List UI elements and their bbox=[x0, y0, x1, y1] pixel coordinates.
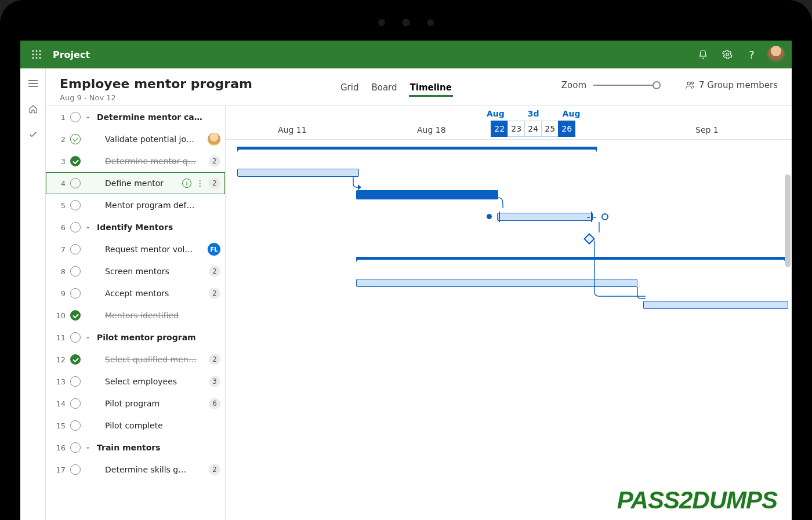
expand-chevron-icon[interactable]: ⌄ bbox=[85, 112, 92, 120]
bar-handle-right[interactable] bbox=[589, 212, 594, 222]
notifications-button[interactable] bbox=[691, 42, 715, 67]
task-row[interactable]: 8Screen mentors2 bbox=[46, 260, 225, 282]
task-row[interactable]: 17Determine skills g…2 bbox=[46, 459, 225, 481]
task-status-circle[interactable] bbox=[70, 200, 81, 210]
attachment-count-badge: 2 bbox=[209, 266, 220, 277]
svg-point-5 bbox=[39, 54, 41, 56]
attachment-count-badge: 3 bbox=[209, 376, 220, 387]
svg-point-0 bbox=[32, 50, 34, 52]
expand-chevron-icon[interactable]: ⌄ bbox=[85, 443, 92, 450]
task-row[interactable]: 1⌄Determine mentor ca… bbox=[46, 106, 225, 128]
assignee-avatar[interactable]: FL bbox=[208, 243, 220, 256]
task-label: Train mentors bbox=[97, 443, 220, 452]
task-status-circle[interactable] bbox=[70, 442, 81, 453]
task-row[interactable]: 9Accept mentors2 bbox=[46, 282, 225, 304]
task-status-circle[interactable] bbox=[70, 376, 81, 387]
expand-chevron-icon[interactable]: ⌄ bbox=[85, 333, 92, 340]
task-status-circle[interactable] bbox=[70, 222, 81, 232]
tab-board[interactable]: Board bbox=[370, 80, 398, 97]
date-aug18: Aug 18 bbox=[417, 125, 446, 134]
task-status-circle[interactable] bbox=[70, 244, 81, 254]
link-dot-4-start[interactable] bbox=[487, 214, 492, 219]
task-row[interactable]: 11⌄Pilot mentor program bbox=[46, 326, 225, 348]
tab-grid[interactable]: Grid bbox=[339, 80, 360, 97]
task-status-circle[interactable] bbox=[70, 332, 81, 343]
hamburger-button[interactable] bbox=[23, 73, 44, 94]
info-icon[interactable]: i bbox=[182, 179, 191, 188]
expand-chevron-icon[interactable]: ⌄ bbox=[85, 223, 92, 230]
drag-start-label: Aug bbox=[487, 109, 505, 118]
link-dot-4-end[interactable] bbox=[601, 213, 608, 220]
task-number: 17 bbox=[54, 466, 66, 474]
date-range-picker[interactable]: Aug 3d Aug 22 23 24 25 26 bbox=[487, 109, 580, 139]
date-cell-22[interactable]: 22 bbox=[491, 121, 508, 137]
svg-point-3 bbox=[32, 54, 34, 56]
task-row[interactable]: 13Select employees3 bbox=[46, 370, 225, 392]
task-row[interactable]: 12Select qualified men…2 bbox=[46, 348, 225, 370]
task-bar-4[interactable] bbox=[497, 213, 593, 221]
members-label: 7 Group members bbox=[699, 80, 778, 90]
zoom-slider[interactable] bbox=[593, 85, 657, 86]
task-status-circle[interactable] bbox=[70, 134, 81, 144]
task-status-circle[interactable] bbox=[70, 398, 81, 409]
more-options-button[interactable]: ⋮ bbox=[196, 179, 204, 188]
gantt-area[interactable] bbox=[226, 140, 792, 520]
task-number: 13 bbox=[54, 377, 66, 386]
task-status-circle[interactable] bbox=[70, 464, 81, 475]
task-row[interactable]: 6⌄Identify Mentors bbox=[46, 216, 225, 238]
task-status-circle[interactable] bbox=[70, 420, 81, 431]
date-cell-24[interactable]: 24 bbox=[524, 121, 542, 137]
view-tabs: Grid Board Timeline bbox=[339, 80, 453, 97]
task-label: Determine skills g… bbox=[97, 465, 204, 474]
task-number: 15 bbox=[54, 421, 66, 430]
left-rail bbox=[20, 68, 46, 520]
check-button[interactable] bbox=[23, 124, 44, 145]
task-number: 1 bbox=[54, 113, 66, 122]
help-button[interactable]: ? bbox=[740, 42, 764, 67]
app-launcher-button[interactable] bbox=[27, 45, 46, 64]
home-button[interactable] bbox=[23, 99, 44, 119]
attachment-count-badge: 2 bbox=[209, 354, 220, 365]
task-status-circle[interactable] bbox=[70, 112, 81, 122]
vertical-scrollbar[interactable] bbox=[785, 174, 791, 267]
task-row[interactable]: 2Validate potential jo… bbox=[46, 128, 225, 150]
task-bar-8[interactable] bbox=[643, 301, 788, 309]
task-label: Pilot complete bbox=[97, 421, 220, 430]
settings-button[interactable] bbox=[715, 42, 740, 67]
tab-timeline[interactable]: Timeline bbox=[409, 80, 453, 97]
task-status-circle[interactable] bbox=[70, 266, 81, 277]
task-label: Request mentor vol… bbox=[97, 245, 203, 254]
date-cell-26[interactable]: 26 bbox=[558, 121, 575, 137]
date-cell-25[interactable]: 25 bbox=[541, 121, 559, 137]
svg-point-4 bbox=[36, 54, 38, 56]
task-status-circle[interactable] bbox=[70, 178, 81, 188]
task-row[interactable]: 5Mentor program def… bbox=[46, 194, 225, 216]
task-bar-3[interactable] bbox=[356, 190, 498, 199]
task-row[interactable]: 3Determine mentor q…2 bbox=[46, 150, 225, 172]
assignee-avatar[interactable] bbox=[208, 133, 220, 146]
group-members-button[interactable]: 7 Group members bbox=[685, 80, 778, 90]
task-row[interactable]: 14Pilot program6 bbox=[46, 392, 225, 414]
task-row[interactable]: 4Define mentori⋮2 bbox=[46, 172, 225, 194]
project-date-range: Aug 9 - Nov 12 bbox=[60, 93, 252, 102]
date-aug11: Aug 11 bbox=[278, 125, 307, 134]
task-row[interactable]: 7Request mentor vol…FL bbox=[46, 238, 225, 260]
bar-handle-left[interactable] bbox=[496, 212, 502, 222]
task-label: Pilot program bbox=[97, 399, 204, 408]
date-cell-23[interactable]: 23 bbox=[507, 121, 525, 137]
summary-bar-6[interactable] bbox=[356, 257, 785, 260]
task-bar-2[interactable] bbox=[237, 169, 359, 177]
task-status-circle[interactable] bbox=[70, 310, 81, 321]
task-status-circle[interactable] bbox=[70, 288, 81, 299]
user-avatar[interactable] bbox=[767, 46, 785, 63]
task-status-circle[interactable] bbox=[70, 354, 81, 365]
task-row[interactable]: 10Mentors identified bbox=[46, 304, 225, 326]
task-number: 12 bbox=[54, 355, 66, 364]
task-status-circle[interactable] bbox=[70, 156, 81, 166]
summary-bar-1[interactable] bbox=[237, 147, 597, 150]
task-row[interactable]: 15Pilot complete bbox=[46, 414, 225, 437]
drag-end-label: Aug bbox=[563, 109, 581, 118]
task-label: Mentor program def… bbox=[97, 201, 220, 210]
task-row[interactable]: 16⌄Train mentors bbox=[46, 437, 225, 459]
zoom-label: Zoom bbox=[561, 80, 586, 90]
